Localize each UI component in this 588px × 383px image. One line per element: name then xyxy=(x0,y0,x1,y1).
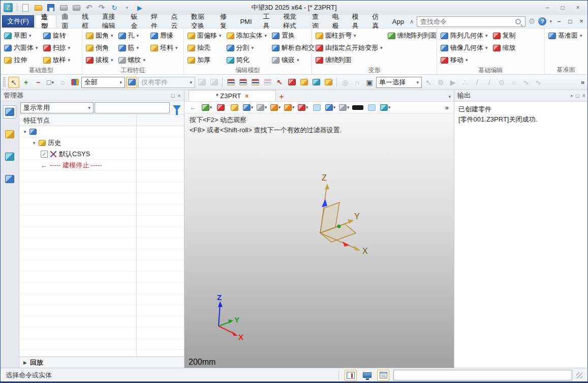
default-csys-node[interactable]: ✓ 默认CSYS xyxy=(19,149,184,160)
play-tool-icon[interactable]: ▶ xyxy=(447,77,458,88)
tab-pmi[interactable]: PMI xyxy=(234,15,257,28)
chamfer-button[interactable]: 倒角 xyxy=(83,42,116,54)
playback-section[interactable]: ▶ 回放 xyxy=(19,357,184,368)
selection-mode-combo[interactable]: 单一选择▾ xyxy=(376,77,422,88)
status-input[interactable] xyxy=(393,370,572,380)
image-export-icon[interactable] xyxy=(311,77,322,88)
display-mode-combo[interactable]: 显示常用▾ xyxy=(20,102,94,113)
link-manager-icon[interactable] xyxy=(196,77,207,88)
solid-manager-icon[interactable] xyxy=(3,128,16,141)
command-panel-toggle[interactable] xyxy=(345,370,357,381)
expander-icon[interactable]: ▾ xyxy=(32,140,37,145)
fillet-button[interactable]: 圆角▾ xyxy=(83,30,116,42)
draft-button[interactable]: 拔模▾ xyxy=(83,54,116,66)
display-settings-icon[interactable]: ▾ xyxy=(338,102,350,112)
eraser-icon[interactable] xyxy=(215,102,226,112)
tab-simulation[interactable]: 仿真 xyxy=(366,15,386,28)
lasso-pick-icon[interactable]: ◌ xyxy=(57,77,68,88)
wrap-to-face-button[interactable]: 缠绕到面 xyxy=(313,54,385,66)
tab-direct-edit[interactable]: 直接编辑 xyxy=(97,15,126,28)
new-tab-button[interactable]: + xyxy=(276,91,287,101)
tab-data-exchange[interactable]: 数据交换 xyxy=(185,15,214,28)
print-preview-button[interactable] xyxy=(72,3,81,12)
tab-inquire[interactable]: 查询 xyxy=(306,15,326,28)
toolbar-overflow-button[interactable]: » xyxy=(579,78,586,86)
edge-color-swatch[interactable] xyxy=(352,102,363,112)
panel-pin-button[interactable]: ▪ xyxy=(571,93,573,99)
mirror-geometry-button[interactable]: 镜像几何体▾ xyxy=(438,42,490,54)
tab-visual-style[interactable]: 视觉样式 xyxy=(277,15,306,28)
preview-window-icon[interactable] xyxy=(311,102,322,112)
filter-bars-4-icon[interactable] xyxy=(262,77,273,88)
add-solid-button[interactable]: 添加实体▾ xyxy=(224,30,270,42)
collapse-ribbon-icon[interactable]: ∧ xyxy=(410,18,414,25)
document-tab[interactable]: * Z3PRT × xyxy=(189,90,276,101)
entity-filter-combo[interactable]: 全部▾ xyxy=(81,77,125,88)
open-file-button[interactable] xyxy=(34,3,43,12)
checkbox[interactable]: ✓ xyxy=(41,151,48,158)
close-button[interactable]: × xyxy=(571,3,584,12)
qat-dropdown-button[interactable]: ▾ xyxy=(122,3,132,12)
sketch-button[interactable]: 草图▾ xyxy=(2,30,41,42)
output-log[interactable]: 已创建零件 [零件001.Z3PRT]关闭成功. xyxy=(454,101,588,368)
panel-restore-button[interactable]: □ xyxy=(171,93,175,99)
rib-button[interactable]: 筋▾ xyxy=(116,42,148,54)
circle-tool-icon[interactable]: ○ xyxy=(508,77,519,88)
save-button[interactable] xyxy=(46,3,55,12)
target-move-icon[interactable]: ▾ xyxy=(297,102,308,112)
resize-grip[interactable] xyxy=(576,372,582,378)
pick-last-icon[interactable]: ↖ xyxy=(274,77,285,88)
resolve-self-intersect-button[interactable]: 解析自相交 xyxy=(269,42,317,54)
root-node[interactable]: ▾ xyxy=(19,126,184,137)
doc-close-button[interactable]: × xyxy=(577,18,585,25)
move-button[interactable]: 移动▾ xyxy=(438,54,490,66)
tab-tools[interactable]: 工具 xyxy=(258,15,277,28)
pick-tool-icon[interactable]: ↖ xyxy=(8,77,19,88)
feature-tree[interactable]: ▾ ▾ 历史 xyxy=(19,126,184,357)
folder-table-icon[interactable] xyxy=(298,77,310,88)
revolve-button[interactable]: 旋转 xyxy=(41,30,73,42)
panel-close-button[interactable]: × xyxy=(178,93,181,99)
lip-button[interactable]: 唇缘 xyxy=(148,30,180,42)
history-folder-node[interactable]: ▾ 历史 xyxy=(19,137,184,149)
undo-button[interactable]: ↶ xyxy=(84,3,94,12)
tab-weldment[interactable]: 焊件 xyxy=(145,15,165,28)
redo-button[interactable]: ↷ xyxy=(97,3,106,12)
curve-tool-icon[interactable]: ∿ xyxy=(520,77,532,88)
copy-button[interactable]: 复制 xyxy=(490,30,518,42)
view-toolbar-overflow[interactable]: » xyxy=(443,104,451,111)
shell-button[interactable]: 抽壳 xyxy=(185,42,224,54)
pick-settings-icon[interactable]: ⚙ xyxy=(435,77,446,88)
modeling-stop-marker[interactable]: ← ----- 建模停止 ----- xyxy=(19,160,184,171)
stock-button[interactable]: 坯料▾ xyxy=(148,42,180,54)
anchor-icon[interactable] xyxy=(208,77,220,88)
minimize-button[interactable]: – xyxy=(541,3,554,12)
tab-electrode[interactable]: 电极 xyxy=(326,15,346,28)
file-menu-button[interactable]: 文件(F) xyxy=(2,15,34,27)
fullscreen-toggle[interactable] xyxy=(361,370,373,381)
snap-points-icon[interactable]: ∴ xyxy=(459,77,471,88)
history-manager-icon[interactable] xyxy=(3,105,16,119)
section-wheel-icon[interactable]: ▾ xyxy=(270,102,281,112)
window-display-icon[interactable]: ▣ xyxy=(364,77,375,88)
tabbar-collapse-icon[interactable]: ▾ xyxy=(448,94,451,99)
output-panel-toggle[interactable] xyxy=(377,370,389,381)
doc-minimize-button[interactable]: – xyxy=(555,18,563,25)
replace-button[interactable]: 置换 xyxy=(269,30,317,42)
help-dropdown-icon[interactable]: ▾ xyxy=(549,19,552,24)
dimension-icon[interactable]: ▾ xyxy=(325,102,336,112)
divide-button[interactable]: 分割▾ xyxy=(224,42,270,54)
line2-tool-icon[interactable]: / xyxy=(484,77,495,88)
filter-funnel-icon[interactable] xyxy=(173,105,181,111)
deform-from-point-button[interactable]: 由指定点开始变形▾ xyxy=(313,42,385,54)
regen-plant-icon[interactable]: ▾ xyxy=(201,102,212,112)
toolbar-drag-handle[interactable] xyxy=(3,77,6,87)
render-manager-icon[interactable] xyxy=(3,150,16,163)
datum-plane-button[interactable]: 基准面▾ xyxy=(546,30,585,42)
thicken-button[interactable]: 加厚 xyxy=(185,54,224,66)
pick-cursor-icon[interactable]: ↖ xyxy=(423,77,434,88)
print-button[interactable] xyxy=(59,3,68,12)
tab-sheet-metal[interactable]: 钣金 xyxy=(126,15,145,28)
expander-icon[interactable]: ▾ xyxy=(22,129,27,134)
cylindrical-bend-button[interactable]: 圆柱折弯▾ xyxy=(313,30,385,42)
